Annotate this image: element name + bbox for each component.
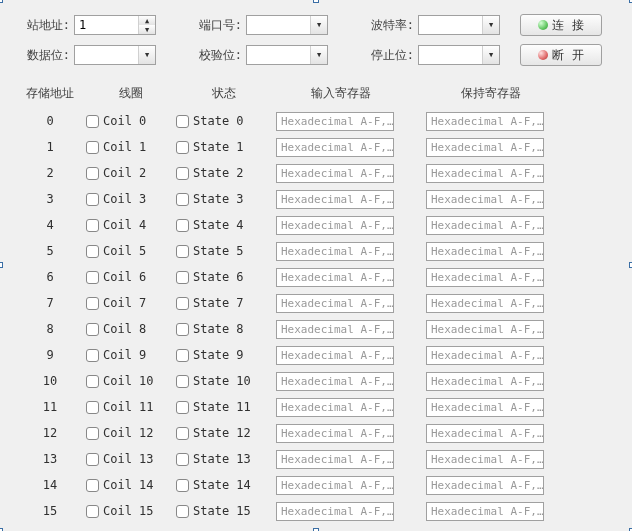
coil-label: Coil 5 xyxy=(103,244,146,258)
state-checkbox[interactable] xyxy=(176,219,189,232)
row-addr: 11 xyxy=(43,400,57,414)
state-checkbox[interactable] xyxy=(176,115,189,128)
baud-combo[interactable]: ▼ xyxy=(418,15,500,35)
holding-register-field[interactable]: Hexadecimal A-F,… xyxy=(426,502,544,521)
state-checkbox[interactable] xyxy=(176,349,189,362)
input-register-field[interactable]: Hexadecimal A-F,… xyxy=(276,242,394,261)
coil-checkbox[interactable] xyxy=(86,271,99,284)
state-checkbox[interactable] xyxy=(176,375,189,388)
state-checkbox[interactable] xyxy=(176,479,189,492)
input-register-field[interactable]: Hexadecimal A-F,… xyxy=(276,294,394,313)
input-register-field[interactable]: Hexadecimal A-F,… xyxy=(276,268,394,287)
coil-label: Coil 6 xyxy=(103,270,146,284)
chevron-down-icon[interactable]: ▼ xyxy=(482,16,499,34)
coil-label: Coil 13 xyxy=(103,452,154,466)
state-label: State 7 xyxy=(193,296,244,310)
holding-register-field[interactable]: Hexadecimal A-F,… xyxy=(426,476,544,495)
state-checkbox[interactable] xyxy=(176,245,189,258)
state-checkbox[interactable] xyxy=(176,297,189,310)
port-combo[interactable]: ▼ xyxy=(246,15,328,35)
row-addr: 5 xyxy=(46,244,53,258)
input-register-field[interactable]: Hexadecimal A-F,… xyxy=(276,346,394,365)
coil-checkbox[interactable] xyxy=(86,193,99,206)
chevron-down-icon[interactable]: ▼ xyxy=(310,16,327,34)
state-label: State 4 xyxy=(193,218,244,232)
state-checkbox[interactable] xyxy=(176,193,189,206)
input-register-field[interactable]: Hexadecimal A-F,… xyxy=(276,398,394,417)
coil-label: Coil 2 xyxy=(103,166,146,180)
input-register-field[interactable]: Hexadecimal A-F,… xyxy=(276,424,394,443)
holding-register-field[interactable]: Hexadecimal A-F,… xyxy=(426,190,544,209)
holding-register-field[interactable]: Hexadecimal A-F,… xyxy=(426,346,544,365)
header-input-reg: 输入寄存器 xyxy=(272,85,406,102)
coil-checkbox[interactable] xyxy=(86,349,99,362)
data-bits-combo[interactable]: ▼ xyxy=(74,45,156,65)
input-register-field[interactable]: Hexadecimal A-F,… xyxy=(276,502,394,521)
input-register-field[interactable]: Hexadecimal A-F,… xyxy=(276,138,394,157)
input-register-field[interactable]: Hexadecimal A-F,… xyxy=(276,112,394,131)
holding-register-field[interactable]: Hexadecimal A-F,… xyxy=(426,268,544,287)
coil-checkbox[interactable] xyxy=(86,219,99,232)
holding-register-field[interactable]: Hexadecimal A-F,… xyxy=(426,372,544,391)
coil-label: Coil 12 xyxy=(103,426,154,440)
coil-checkbox[interactable] xyxy=(86,427,99,440)
state-checkbox[interactable] xyxy=(176,271,189,284)
parity-combo[interactable]: ▼ xyxy=(246,45,328,65)
row-addr: 8 xyxy=(46,322,53,336)
coil-checkbox[interactable] xyxy=(86,245,99,258)
coil-label: Coil 0 xyxy=(103,114,146,128)
chevron-down-icon[interactable]: ▼ xyxy=(138,46,155,64)
table-row: 14Coil 14State 14Hexadecimal A-F,…Hexade… xyxy=(14,472,618,498)
chevron-down-icon[interactable]: ▼ xyxy=(482,46,499,64)
holding-register-field[interactable]: Hexadecimal A-F,… xyxy=(426,424,544,443)
table-row: 6Coil 6State 6Hexadecimal A-F,…Hexadecim… xyxy=(14,264,618,290)
state-checkbox[interactable] xyxy=(176,401,189,414)
holding-register-field[interactable]: Hexadecimal A-F,… xyxy=(426,216,544,235)
connect-icon xyxy=(538,20,548,30)
coil-checkbox[interactable] xyxy=(86,141,99,154)
coil-checkbox[interactable] xyxy=(86,323,99,336)
state-checkbox[interactable] xyxy=(176,141,189,154)
row-addr: 6 xyxy=(46,270,53,284)
stop-bits-combo[interactable]: ▼ xyxy=(418,45,500,65)
table-row: 8Coil 8State 8Hexadecimal A-F,…Hexadecim… xyxy=(14,316,618,342)
holding-register-field[interactable]: Hexadecimal A-F,… xyxy=(426,450,544,469)
holding-register-field[interactable]: Hexadecimal A-F,… xyxy=(426,320,544,339)
spinner-up-icon[interactable]: ▲ xyxy=(139,16,155,25)
holding-register-field[interactable]: Hexadecimal A-F,… xyxy=(426,242,544,261)
input-register-field[interactable]: Hexadecimal A-F,… xyxy=(276,216,394,235)
input-register-field[interactable]: Hexadecimal A-F,… xyxy=(276,190,394,209)
input-register-field[interactable]: Hexadecimal A-F,… xyxy=(276,450,394,469)
table-row: 13Coil 13State 13Hexadecimal A-F,…Hexade… xyxy=(14,446,618,472)
coil-checkbox[interactable] xyxy=(86,375,99,388)
connect-button[interactable]: 连 接 xyxy=(520,14,602,36)
holding-register-field[interactable]: Hexadecimal A-F,… xyxy=(426,294,544,313)
table-row: 0Coil 0State 0Hexadecimal A-F,…Hexadecim… xyxy=(14,108,618,134)
spinner-down-icon[interactable]: ▼ xyxy=(139,25,155,34)
station-addr-spinner[interactable]: 1 ▲ ▼ xyxy=(74,15,156,35)
disconnect-button[interactable]: 断 开 xyxy=(520,44,602,66)
coil-label: Coil 3 xyxy=(103,192,146,206)
header-addr: 存储地址 xyxy=(14,85,86,102)
input-register-field[interactable]: Hexadecimal A-F,… xyxy=(276,164,394,183)
state-checkbox[interactable] xyxy=(176,505,189,518)
coil-checkbox[interactable] xyxy=(86,505,99,518)
holding-register-field[interactable]: Hexadecimal A-F,… xyxy=(426,164,544,183)
holding-register-field[interactable]: Hexadecimal A-F,… xyxy=(426,138,544,157)
coil-checkbox[interactable] xyxy=(86,167,99,180)
state-checkbox[interactable] xyxy=(176,167,189,180)
coil-checkbox[interactable] xyxy=(86,453,99,466)
chevron-down-icon[interactable]: ▼ xyxy=(310,46,327,64)
state-checkbox[interactable] xyxy=(176,453,189,466)
holding-register-field[interactable]: Hexadecimal A-F,… xyxy=(426,398,544,417)
input-register-field[interactable]: Hexadecimal A-F,… xyxy=(276,476,394,495)
coil-checkbox[interactable] xyxy=(86,297,99,310)
holding-register-field[interactable]: Hexadecimal A-F,… xyxy=(426,112,544,131)
coil-checkbox[interactable] xyxy=(86,479,99,492)
coil-checkbox[interactable] xyxy=(86,401,99,414)
input-register-field[interactable]: Hexadecimal A-F,… xyxy=(276,320,394,339)
state-checkbox[interactable] xyxy=(176,427,189,440)
coil-checkbox[interactable] xyxy=(86,115,99,128)
input-register-field[interactable]: Hexadecimal A-F,… xyxy=(276,372,394,391)
state-checkbox[interactable] xyxy=(176,323,189,336)
